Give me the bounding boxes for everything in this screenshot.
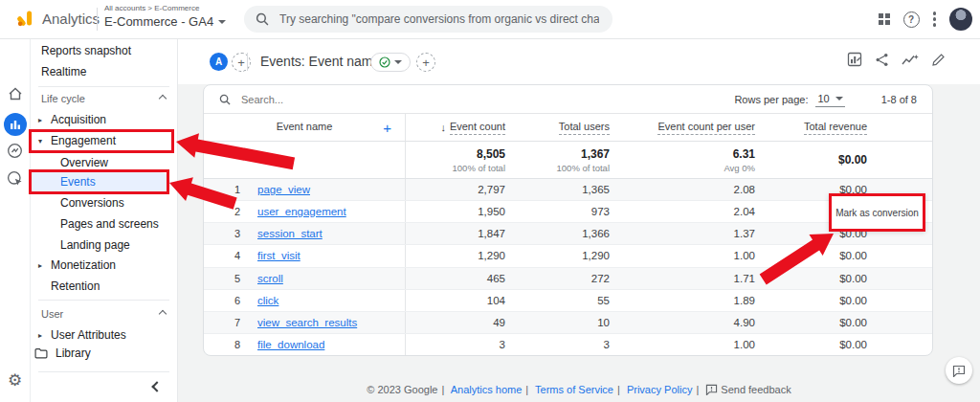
account-breadcrumb: All accounts > E-Commerce — [104, 4, 199, 12]
feedback-bubble-icon — [705, 384, 718, 397]
totals-event-count: 8,505 100% of total — [405, 142, 518, 178]
mark-as-conversion-tooltip[interactable]: Mark as conversion — [829, 193, 925, 232]
sidebar-item-pages-and-screens[interactable]: Pages and screens — [60, 213, 159, 234]
segment-chip[interactable]: A — [210, 53, 228, 71]
row-index: 4 — [204, 245, 248, 266]
event-name-cell: view_search_results — [248, 312, 405, 333]
send-feedback-label[interactable]: Send feedback — [721, 384, 791, 395]
row-index: 2 — [204, 201, 248, 222]
sidebar-item-realtime[interactable]: Realtime — [41, 61, 86, 82]
add-comparison-button[interactable]: + — [232, 53, 251, 72]
terms-link[interactable]: Terms of Service — [535, 384, 613, 395]
event-name-link[interactable]: user_engagement — [257, 206, 346, 217]
sidebar-item-retention[interactable]: Retention — [51, 276, 100, 297]
edit-pencil-icon[interactable] — [931, 53, 946, 67]
sidebar-item-conversions[interactable]: Conversions — [60, 192, 124, 213]
table-row: 5 scroll 465 272 1.71 $0.00 — [204, 268, 932, 290]
event-name-cell: file_download — [248, 334, 405, 355]
section-life-cycle[interactable]: Life cycle — [41, 88, 166, 109]
customize-report-icon[interactable] — [847, 52, 862, 67]
chevron-left-icon — [151, 381, 162, 391]
explore-icon[interactable] — [0, 143, 30, 159]
insights-icon[interactable] — [902, 53, 919, 67]
report-header: A + Events: Event name + — [178, 39, 980, 84]
apps-grid-icon[interactable] — [879, 13, 890, 25]
total-users-cell: 55 — [518, 290, 623, 311]
sidebar-item-acquisition[interactable]: ▸ Acquisition — [51, 109, 106, 130]
event-name-link[interactable]: first_visit — [257, 250, 301, 261]
event-name-link[interactable]: click — [257, 295, 278, 306]
row-index: 1 — [204, 179, 248, 200]
gear-icon[interactable]: ⚙ — [0, 372, 30, 389]
row-index: 8 — [204, 334, 248, 355]
event-count-cell: 3 — [405, 334, 518, 355]
pagination-status: 1-8 of 8 — [881, 94, 917, 105]
revenue-cell: $0.00 — [767, 312, 932, 333]
collapse-section-icon — [159, 310, 167, 318]
mark-as-conversion-label: Mark as conversion — [835, 208, 919, 218]
dimension-check-dropdown[interactable] — [370, 53, 411, 72]
divider — [97, 8, 98, 31]
property-switcher[interactable]: E-Commerce - GA4 — [104, 14, 226, 29]
analytics-logo-icon — [15, 9, 34, 28]
totals-per-user: 6.31 Avg 0% — [623, 142, 767, 178]
reports-icon[interactable] — [0, 74, 30, 97]
sidebar-item-reports-snapshot[interactable]: Reports snapshot — [41, 40, 131, 61]
divider — [247, 53, 248, 71]
total-users-cell: 1,365 — [518, 179, 623, 200]
advertising-icon[interactable] — [0, 170, 30, 187]
analytics-home-link[interactable]: Analytics home — [451, 384, 523, 395]
table-search[interactable] — [219, 93, 734, 106]
per-user-cell: 1.00 — [623, 334, 767, 355]
column-header-event-name[interactable]: Event name — [277, 121, 333, 134]
expand-icon: ▸ — [38, 261, 42, 270]
event-name-link[interactable]: file_download — [257, 339, 324, 350]
table-totals-row: 8,505 100% of total 1,367 100% of total … — [204, 142, 932, 179]
table-row: 8 file_download 3 3 1.00 $0.00 — [204, 334, 932, 355]
row-index: 6 — [204, 290, 248, 311]
event-count-cell: 1,290 — [405, 245, 518, 266]
event-count-cell: 465 — [405, 268, 518, 289]
help-icon[interactable]: ? — [903, 11, 920, 28]
feedback-fab[interactable] — [946, 357, 972, 384]
event-name-link[interactable]: view_search_results — [257, 317, 357, 328]
column-header-total-revenue[interactable]: Total revenue — [767, 114, 932, 141]
collapse-sidebar-button[interactable] — [153, 376, 161, 397]
report-title: Events: Event name — [260, 54, 380, 69]
add-column-icon[interactable]: + — [383, 120, 391, 136]
table-row: 4 first_visit 1,290 1,290 1.00 $0.00 — [204, 245, 932, 267]
rows-per-page-select[interactable]: 10 — [815, 92, 844, 107]
table-search-input[interactable] — [239, 93, 434, 106]
add-dimension-button[interactable]: + — [416, 53, 435, 72]
event-name-cell: click — [248, 290, 405, 311]
sidebar-item-monetization[interactable]: ▸ Monetization — [51, 255, 116, 276]
copyright: © 2023 Google — [367, 384, 437, 395]
privacy-link[interactable]: Privacy Policy — [627, 384, 692, 395]
sort-descending-icon: ↓ — [440, 122, 446, 133]
event-name-link[interactable]: page_view — [257, 184, 310, 195]
global-search-input[interactable] — [278, 11, 601, 27]
total-users-cell: 973 — [518, 201, 623, 222]
global-search[interactable] — [244, 6, 612, 33]
total-users-cell: 10 — [518, 312, 623, 333]
column-header-event-count[interactable]: ↓ Event count — [405, 114, 518, 141]
kebab-menu-icon[interactable] — [933, 11, 937, 27]
column-header-event-count-per-user[interactable]: Event count per user — [623, 114, 767, 141]
column-header-total-users[interactable]: Total users — [518, 114, 623, 141]
sidebar-item-landing-page[interactable]: Landing page — [60, 234, 130, 256]
footer: © 2023 Google| Analytics home| Terms of … — [178, 384, 980, 397]
sidebar-item-library[interactable]: Library — [34, 343, 91, 364]
share-icon[interactable] — [875, 53, 889, 67]
total-users-cell: 1,290 — [518, 245, 623, 266]
section-user[interactable]: User — [41, 303, 166, 324]
event-name-link[interactable]: session_start — [257, 228, 323, 239]
event-name-cell: scroll — [248, 268, 405, 289]
row-index: 3 — [204, 223, 248, 244]
event-name-link[interactable]: scroll — [257, 273, 283, 284]
event-count-cell: 1,950 — [405, 201, 518, 222]
event-name-cell: user_engagement — [248, 201, 405, 222]
total-users-cell: 1,366 — [518, 223, 623, 244]
event-count-cell: 2,797 — [405, 179, 518, 200]
avatar[interactable] — [949, 8, 972, 31]
totals-total-users: 1,367 100% of total — [518, 142, 623, 178]
